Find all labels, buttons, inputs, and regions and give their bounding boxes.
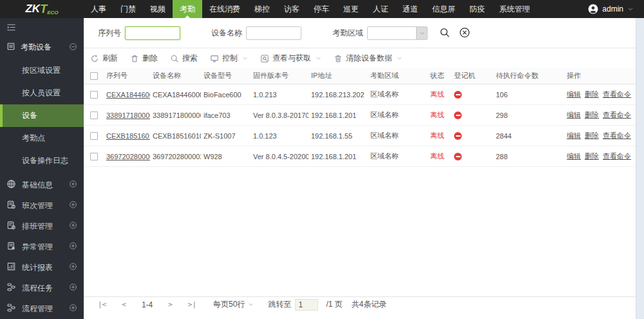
view-commands-link[interactable]: 查看命令 bbox=[603, 152, 631, 160]
topbar-menu-item[interactable]: 通道 bbox=[395, 0, 425, 18]
sidebar-item[interactable]: 设备 bbox=[0, 104, 84, 127]
first-page-button[interactable]: |< bbox=[90, 300, 114, 309]
last-page-button[interactable]: >| bbox=[180, 300, 204, 309]
serial-input[interactable] bbox=[125, 26, 180, 40]
sidebar-item[interactable]: 按人员设置 bbox=[0, 82, 84, 104]
select-chevron-down-icon[interactable] bbox=[416, 27, 427, 39]
toolbar-button[interactable]: 控制 bbox=[210, 53, 248, 64]
attendance-area-select[interactable] bbox=[367, 26, 428, 40]
topbar-menu-item[interactable]: 人证 bbox=[366, 0, 395, 18]
toolbar-button[interactable]: 搜索 bbox=[170, 53, 198, 64]
toolbar-button-label: 控制 bbox=[222, 53, 238, 64]
topbar-menu-item[interactable]: 巡更 bbox=[336, 0, 366, 18]
expand-plus-icon[interactable] bbox=[69, 200, 77, 211]
topbar-menu-item[interactable]: 在线消费 bbox=[202, 0, 247, 18]
jump-to-input[interactable] bbox=[295, 299, 318, 311]
device-model-cell: BioFace600 bbox=[201, 84, 251, 105]
serial-link[interactable]: 3697202800002 bbox=[106, 153, 150, 160]
user-menu[interactable]: admin bbox=[588, 0, 644, 18]
per-page-select[interactable]: 每页50行 bbox=[213, 299, 254, 310]
toolbar-button-label: 搜索 bbox=[182, 53, 198, 64]
edit-link[interactable]: 编辑 bbox=[567, 131, 581, 139]
edit-link[interactable]: 编辑 bbox=[567, 111, 581, 119]
row-checkbox[interactable] bbox=[90, 153, 98, 160]
sidebar-group-attendance-device[interactable]: 考勤设备 bbox=[0, 37, 84, 59]
toolbar-button[interactable]: 刷新 bbox=[90, 53, 118, 64]
topbar-menu-item[interactable]: 防疫 bbox=[462, 0, 492, 18]
sidebar-module[interactable]: 班次管理 bbox=[0, 195, 84, 216]
topbar-menu-item[interactable]: 梯控 bbox=[247, 0, 277, 18]
sidebar-module[interactable]: 流程任务 bbox=[0, 278, 84, 298]
topbar-menu-item[interactable]: 停车 bbox=[307, 0, 336, 18]
next-page-button[interactable]: > bbox=[160, 300, 180, 309]
sidebar-module[interactable]: 排班管理 bbox=[0, 216, 84, 237]
topbar-menu-item[interactable]: 视频 bbox=[143, 0, 173, 18]
serial-link[interactable]: CEXB185160106 bbox=[106, 132, 150, 140]
sidebar-collapse-icon[interactable] bbox=[6, 23, 16, 34]
view-commands-link[interactable]: 查看命令 bbox=[603, 111, 631, 119]
sidebar-module[interactable]: 流程管理 bbox=[0, 298, 84, 319]
toolbar-button[interactable]: 删除 bbox=[130, 53, 158, 64]
expand-plus-icon[interactable] bbox=[69, 180, 77, 190]
topbar-menu-item[interactable]: 系统管理 bbox=[492, 0, 537, 18]
menu-item-label: 门禁 bbox=[120, 4, 136, 15]
table-row: 3697202800002 3697202800002 W928 Ver 8.0… bbox=[84, 146, 636, 167]
dropdown-caret-icon bbox=[241, 54, 248, 63]
search-button[interactable] bbox=[439, 27, 450, 40]
delete-link[interactable]: 删除 bbox=[585, 111, 599, 119]
row-checkbox[interactable] bbox=[90, 111, 98, 119]
device-name-cell: 3697202800002 bbox=[150, 146, 201, 167]
collapse-minus-icon[interactable] bbox=[69, 43, 77, 53]
per-page-chevron-down-icon bbox=[248, 300, 254, 309]
row-checkbox[interactable] bbox=[90, 132, 98, 140]
serial-link[interactable]: CEXA184460005 bbox=[106, 91, 150, 99]
clear-filters-button[interactable] bbox=[459, 27, 470, 40]
app-window: ZKTECO 人事 门禁 视频 考勤 在线消费 梯控 访客 停车 巡更 人证 通… bbox=[0, 0, 644, 319]
topbar-menu-item[interactable]: 人事 bbox=[84, 0, 113, 18]
serial-link[interactable]: 3389171800006 bbox=[106, 111, 150, 119]
pending-commands-cell: 298 bbox=[493, 105, 564, 126]
expand-plus-icon[interactable] bbox=[69, 262, 77, 273]
expand-plus-icon[interactable] bbox=[69, 283, 77, 293]
sidebar-item[interactable]: 设备操作日志 bbox=[0, 150, 84, 172]
device-table-wrap: 序列号设备名称设备型号固件版本号IP地址考勤区域状态登记机待执行命令数操作 CE… bbox=[84, 68, 636, 167]
delete-link[interactable]: 删除 bbox=[585, 90, 599, 98]
view-commands-link[interactable]: 查看命令 bbox=[603, 131, 631, 139]
globe-icon bbox=[6, 179, 16, 191]
row-checkbox[interactable] bbox=[90, 91, 98, 99]
prev-page-button[interactable]: < bbox=[114, 300, 134, 309]
device-name-input[interactable] bbox=[246, 26, 301, 40]
filter-bar: 序列号 设备名称 考勤区域 bbox=[84, 18, 636, 48]
row-operations: 编辑删除查看命令 bbox=[564, 84, 636, 105]
topbar-menu-item[interactable]: 考勤 bbox=[173, 0, 202, 18]
topbar-menu-item[interactable]: 信息屏 bbox=[425, 0, 462, 18]
toolbar-button[interactable]: 清除设备数据 bbox=[334, 53, 402, 64]
edit-link[interactable]: 编辑 bbox=[567, 90, 581, 98]
sidebar-module[interactable]: 异常管理 bbox=[0, 237, 84, 257]
select-all-checkbox[interactable] bbox=[90, 72, 98, 80]
row-operations: 编辑删除查看命令 bbox=[564, 126, 636, 146]
delete-link[interactable]: 删除 bbox=[585, 152, 599, 160]
pending-commands-cell: 106 bbox=[493, 84, 564, 105]
expand-plus-icon[interactable] bbox=[69, 304, 77, 314]
toolbar-button[interactable]: 查看与获取 bbox=[260, 53, 321, 64]
ip-cell: 192.168.1.201 bbox=[308, 105, 368, 126]
sidebar-module[interactable]: 基础信息 bbox=[0, 175, 84, 195]
column-header: 考勤区域 bbox=[368, 68, 428, 84]
toolbar: 刷新 删除 搜索 控制 查看与获取 清除设备数据 bbox=[84, 48, 636, 68]
toolbar-button-label: 查看与获取 bbox=[272, 53, 311, 64]
menu-item-label: 访客 bbox=[284, 4, 299, 15]
sidebar-item[interactable]: 考勤点 bbox=[0, 127, 84, 150]
expand-plus-icon[interactable] bbox=[69, 242, 77, 252]
topbar-menu-item[interactable]: 访客 bbox=[277, 0, 307, 18]
delete-link[interactable]: 删除 bbox=[585, 131, 599, 139]
firmware-cell: Ver 8.0.4.5-20200316 bbox=[251, 146, 308, 167]
scrollbar-track[interactable] bbox=[636, 18, 644, 319]
sidebar-module[interactable]: 统计报表 bbox=[0, 257, 84, 278]
area-cell: 区域名称 bbox=[368, 126, 428, 146]
expand-plus-icon[interactable] bbox=[69, 221, 77, 231]
view-commands-link[interactable]: 查看命令 bbox=[603, 90, 631, 98]
topbar-menu-item[interactable]: 门禁 bbox=[113, 0, 143, 18]
sidebar-item[interactable]: 按区域设置 bbox=[0, 59, 84, 82]
edit-link[interactable]: 编辑 bbox=[567, 152, 581, 160]
